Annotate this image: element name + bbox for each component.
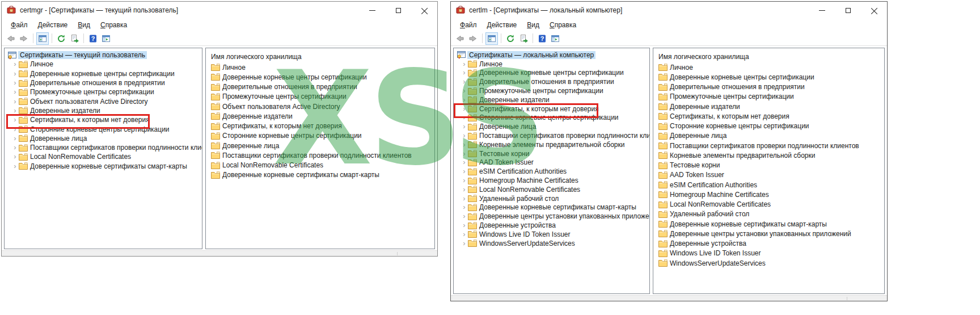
show-console-tree-button[interactable] <box>485 32 498 45</box>
menu-item[interactable]: Файл <box>6 20 33 30</box>
tree-item[interactable]: ›Доверенные устройства <box>455 221 649 230</box>
refresh-button[interactable] <box>504 32 517 45</box>
tree-item[interactable]: ›Личное <box>455 60 649 69</box>
tree-root-item[interactable]: Сертификаты — локальный компьютер <box>455 51 649 60</box>
list-item[interactable]: Личное <box>211 62 434 72</box>
forward-button[interactable] <box>18 32 30 45</box>
chevron-right-icon[interactable]: › <box>461 115 468 120</box>
chevron-right-icon[interactable]: › <box>461 159 468 165</box>
titlebar[interactable]: certmgr - [Сертификаты — текущий пользов… <box>2 2 437 19</box>
show-console-tree-button[interactable] <box>36 32 49 45</box>
chevron-right-icon[interactable]: › <box>461 204 468 210</box>
list-item[interactable]: Объект пользователя Active Directory <box>211 102 434 111</box>
tree-item[interactable]: ›Доверенные лица <box>455 122 649 131</box>
list-item[interactable]: AAD Token Issuer <box>658 170 884 180</box>
chevron-right-icon[interactable]: › <box>11 127 19 132</box>
chevron-right-icon[interactable]: › <box>461 222 468 228</box>
tree-item[interactable]: ›Корневые элементы предварительной сборк… <box>455 140 649 149</box>
export-list-button[interactable] <box>68 32 81 45</box>
list-item[interactable]: Личное <box>658 62 884 72</box>
tree-item[interactable]: ›Доверительные отношения в предприятии <box>455 77 649 86</box>
tree-item[interactable]: ›Личное <box>6 60 202 69</box>
chevron-right-icon[interactable]: › <box>11 145 19 150</box>
chevron-right-icon[interactable]: › <box>11 71 19 77</box>
list-item[interactable]: Доверенные лица <box>211 141 434 150</box>
tree-item[interactable]: ›Удаленный рабочий стол <box>455 194 649 203</box>
list-item[interactable]: Доверенные лица <box>658 131 884 141</box>
list-item[interactable]: Сертификаты, к которым нет доверия <box>658 111 884 121</box>
chevron-right-icon[interactable]: › <box>461 133 468 138</box>
list-column-header[interactable]: Имя логического хранилища <box>658 51 884 62</box>
maximize-button[interactable] <box>835 2 861 19</box>
tree-root-item[interactable]: Сертификаты — текущий пользователь <box>6 51 202 60</box>
list-item[interactable]: Тестовые корни <box>658 161 884 170</box>
chevron-right-icon[interactable]: › <box>461 79 468 85</box>
tree-item[interactable]: ›Доверенные издатели <box>6 106 202 115</box>
tree-item[interactable]: ›Доверенные корневые центры сертификации <box>455 69 649 78</box>
list-item[interactable]: Сторонние корневые центры сертификации <box>211 131 434 141</box>
list-item[interactable]: Local NonRemovable Certificates <box>211 161 434 170</box>
list-item[interactable]: Доверенные устройства <box>658 239 884 249</box>
list-item[interactable]: Доверенные центры установки упакованных … <box>658 229 884 238</box>
menu-item[interactable]: Действие <box>33 20 73 30</box>
list-item[interactable]: Корневые элементы предварительной сборки <box>658 150 884 160</box>
tree-item[interactable]: ›Доверенные корневые сертификаты смарт-к… <box>6 162 202 171</box>
chevron-right-icon[interactable]: › <box>461 88 468 94</box>
list-item[interactable]: Поставщики сертификатов проверки подлинн… <box>211 150 434 160</box>
export-list-button[interactable] <box>517 32 530 45</box>
tree-item[interactable]: ›Доверительные отношения в предприятии <box>6 78 202 87</box>
list-column-header[interactable]: Имя логического хранилища <box>211 51 434 62</box>
chevron-right-icon[interactable]: › <box>461 241 468 246</box>
tree-item[interactable]: ›Доверенные корневые центры сертификации <box>6 69 202 78</box>
forward-button[interactable] <box>467 32 479 45</box>
tree-item[interactable]: ›Доверенные лица <box>6 134 202 143</box>
list-item[interactable]: Доверенные корневые сертификаты смарт-ка… <box>211 170 434 180</box>
list-item[interactable]: Local NonRemovable Certificates <box>658 200 884 209</box>
list-item[interactable]: Доверенные корневые центры сертификации <box>211 72 434 82</box>
show-action-pane-button[interactable] <box>100 32 112 45</box>
tree-item[interactable]: ›Доверенные издатели <box>455 95 649 104</box>
list-item[interactable]: Доверенные корневые центры сертификации <box>658 72 884 82</box>
back-button[interactable] <box>454 32 466 45</box>
tree-item[interactable]: ›Доверенные центры установки упакованных… <box>455 212 649 221</box>
list-item[interactable]: Промежуточные центры сертификации <box>211 92 434 102</box>
show-action-pane-button[interactable] <box>549 32 561 45</box>
list-item[interactable]: Доверительные отношения в предприятии <box>658 82 884 92</box>
chevron-right-icon[interactable]: › <box>461 142 468 148</box>
menu-item[interactable]: Действие <box>482 20 522 30</box>
tree-item[interactable]: ›Тестовые корни <box>455 149 649 158</box>
close-button[interactable] <box>861 2 887 19</box>
chevron-right-icon[interactable]: › <box>461 124 468 129</box>
tree-item[interactable]: ›Homegroup Machine Certificates <box>455 176 649 185</box>
back-button[interactable] <box>5 32 17 45</box>
tree-item[interactable]: ›Сторонние корневые центры сертификации <box>455 114 649 123</box>
tree-item[interactable]: ›Доверенные корневые сертификаты смарт-к… <box>455 203 649 212</box>
tree-item[interactable]: ›WindowsServerUpdateServices <box>455 239 649 248</box>
tree-item-untrusted-certificates[interactable]: ›Сертификаты, к которым нет доверия <box>6 115 202 124</box>
list-item[interactable]: Сертификаты, к которым нет доверия <box>211 121 434 131</box>
menu-item[interactable]: Файл <box>455 20 482 30</box>
chevron-right-icon[interactable]: › <box>11 89 19 95</box>
list-item[interactable]: Homegroup Machine Certificates <box>658 190 884 199</box>
list-item[interactable]: eSIM Certification Authorities <box>658 180 884 190</box>
list-item[interactable]: Доверенные корневые сертификаты смарт-ка… <box>658 219 884 229</box>
chevron-right-icon[interactable]: › <box>461 151 468 157</box>
close-button[interactable] <box>411 2 437 19</box>
tree-item[interactable]: ›Промежуточные центры сертификации <box>455 86 649 95</box>
list-item[interactable]: WindowsServerUpdateServices <box>658 258 884 268</box>
list-item[interactable]: Доверенные издатели <box>658 102 884 111</box>
titlebar[interactable]: certlm - [Сертификаты — локальный компью… <box>451 2 887 19</box>
chevron-right-icon[interactable]: › <box>461 61 468 67</box>
refresh-button[interactable] <box>55 32 67 45</box>
menu-item[interactable]: Вид <box>73 20 95 30</box>
tree-item[interactable]: ›Поставщики сертификатов проверки подлин… <box>455 131 649 140</box>
tree-item[interactable]: ›Сторонние корневые центры сертификации <box>6 124 202 133</box>
chevron-right-icon[interactable]: › <box>461 232 468 237</box>
chevron-right-icon[interactable]: › <box>11 61 19 67</box>
tree-item[interactable]: ›Local NonRemovable Certificates <box>6 152 202 161</box>
list-item[interactable]: Поставщики сертификатов проверки подлинн… <box>658 141 884 150</box>
menu-item[interactable]: Справка <box>544 20 581 30</box>
tree-item[interactable]: ›Windows Live ID Token Issuer <box>455 230 649 239</box>
chevron-right-icon[interactable]: › <box>11 117 19 123</box>
chevron-right-icon[interactable]: › <box>11 136 19 141</box>
